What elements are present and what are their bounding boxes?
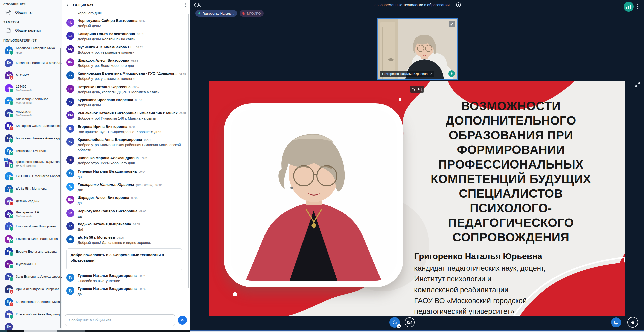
user-list-item[interactable]: Гр Григоренко Наталья Юрьевна Веб-камера [0, 157, 62, 170]
user-list-item[interactable]: Ги Гимназия 2 г.Могилев [0, 144, 62, 157]
chat-message: Ку Куренкова Ярослава Игоревна 08:57 Доб… [66, 98, 187, 108]
sidebar-scrollbar[interactable] [60, 48, 61, 328]
avatar: Пе [66, 85, 74, 93]
avatar-initials: Му [68, 47, 72, 51]
user-list-item[interactable]: Ел Елисеева Юлия Валерьевна [0, 232, 62, 245]
headphones-icon [9, 138, 14, 143]
message-author: Шкрадюк Алеся Викторовна [78, 196, 129, 200]
speaker-pill[interactable]: Григоренко Наталь... [195, 10, 237, 17]
user-list-item[interactable]: Ба Башарина Ольга Валентиновна [0, 119, 62, 132]
message-author: Тупенко Наталья Владимировна [78, 287, 137, 291]
message-time: 08:51 [137, 33, 144, 36]
fullscreen-icon[interactable] [634, 81, 641, 88]
chat-header: Общий чат [62, 0, 190, 10]
headphones-icon [9, 151, 14, 156]
camera-off-icon [407, 320, 412, 325]
chat-scrollbar[interactable] [188, 14, 189, 288]
user-list-item[interactable]: Де Детский сад №7 [0, 195, 62, 207]
chevron-down-icon [429, 73, 432, 75]
user-list-item[interactable]: За Заяц Екатерина Александровна [0, 270, 62, 283]
user-list-item[interactable]: Ко Коваленко Валентина Михайл... [0, 56, 62, 69]
mic-icon [9, 163, 14, 168]
user-list-item[interactable]: Бо Борисевич Татьяна Александр... [0, 132, 62, 144]
user-list-item[interactable]: Д/ д/с № 58 г. Могилева [0, 182, 62, 195]
user-list-item[interactable]: Ер Еремич Елена анатольевна [0, 245, 62, 258]
avatar: Ан [5, 109, 13, 117]
user-list-item[interactable]: Гу ГУО СШ33 г. Могилева Бобров... [0, 170, 62, 182]
avatar-initials: Ту [69, 172, 72, 175]
back-icon[interactable] [65, 3, 70, 7]
avatar-initials: Шк [68, 198, 73, 201]
chat-message-input[interactable] [65, 314, 175, 326]
user-sub: Мобильный [16, 101, 48, 104]
avatar-initials: Ба [68, 34, 72, 38]
user-list-item[interactable]: Ир Ирина Леонидовна Загорская [0, 283, 62, 295]
user-list-item[interactable]: Де Дехтеревич Н.А. Мобильный [0, 207, 62, 220]
user-list-item[interactable]: Ба Баранова Екатерина Миха... (Вы) [0, 44, 62, 56]
chat-message: Шк Шкрадюк Алеся Викторовна 09:05 да [66, 196, 187, 206]
user-sub: Веб-камера [16, 164, 60, 167]
sidebar: СООБЩЕНИЯ Общий чат ЗАМЕТКИ Общие заметк… [0, 0, 62, 330]
user-list-item[interactable]: Ку [0, 320, 62, 330]
avatar-initials: Пе [68, 87, 72, 91]
user-list-item[interactable]: Ан Анастасия Мобильный [0, 107, 62, 119]
headphones-icon [9, 214, 14, 219]
audio-options-chevron[interactable] [397, 324, 401, 328]
message-text: Добрый день! [78, 23, 146, 29]
message-author: Краснолобова Анна Владимировна [78, 138, 142, 142]
connection-quality-button[interactable] [624, 2, 634, 12]
chat-message: Ры Рыбачёнок Наталия Викторовна Гимназия… [66, 111, 187, 121]
mic-muted-icon [9, 302, 14, 307]
message-author: Рыбачёнок Наталия Викторовна Гимназия 14… [78, 111, 177, 115]
user-name: Заяц Екатерина Александровна [16, 275, 62, 278]
sidebar-item-general-chat[interactable]: Общий чат [0, 7, 62, 18]
recording-icon[interactable] [456, 2, 461, 7]
user-list-item[interactable]: 16 164499 Мобильный [0, 81, 62, 94]
user-list-item[interactable]: Мг МГОИРО [0, 69, 62, 81]
avatar-initials: Ту [69, 289, 72, 293]
signal-bars-icon [626, 7, 627, 9]
user-name: Калиновская Валентина Миха... [16, 300, 62, 304]
message-text: Добрый день, коллеги! ДЦРР 1 Могилев а с… [78, 90, 159, 95]
org-pill[interactable]: МГОИРО [240, 10, 264, 17]
camera-off-button[interactable] [405, 317, 415, 327]
screen-share-button[interactable] [611, 317, 621, 327]
message-time: 09:26 [139, 287, 146, 290]
message-author: Шкрадюк Алеся Викторовна [78, 58, 129, 62]
raise-hand-button[interactable] [627, 317, 638, 328]
avatar: Як [66, 156, 74, 164]
user-name: Башарина Ольга Валентиновна [16, 124, 62, 128]
sidebar-item-label: Общий чат [15, 10, 33, 14]
headphones-icon [9, 113, 14, 118]
expand-icon[interactable] [449, 21, 455, 27]
user-list-item[interactable]: Кр Краснолобова Анна Владимир... [0, 308, 62, 320]
thumbnail-name-label[interactable]: Григоренко Наталья Юрьевна [380, 71, 434, 77]
user-list-item[interactable]: Ал Александр Алейников Мобильный [0, 94, 62, 107]
user-list-item[interactable]: Жу Жуковская Е.В. [0, 258, 62, 270]
user-list-item[interactable]: Ка Калиновская Валентина Миха... [0, 295, 62, 308]
headphones-icon [392, 320, 397, 325]
avatar: Шк [66, 58, 74, 66]
audio-device-button[interactable] [389, 317, 400, 328]
message-text: Доброй утро, уважаемые коллеги! [78, 76, 183, 81]
avatar: Ка [5, 298, 13, 306]
chat-message: Че Черногузова Сайяра Викторовна 09:05 д… [66, 209, 187, 219]
user-name: МГОИРО [16, 74, 29, 77]
avatar-initials: Хо [68, 224, 72, 228]
avatar: Мг [5, 71, 13, 79]
send-message-button[interactable] [178, 316, 187, 325]
user-list-item[interactable]: Ег Егорова Ирина Викторовна [0, 220, 62, 232]
user-name: Детский сад №7 [16, 199, 40, 203]
mic-icon [450, 72, 453, 75]
chat-menu-icon[interactable] [184, 2, 187, 8]
user-sub-text: Мобильный [16, 114, 32, 117]
message-author: Куренкова Ярослава Игоревна [78, 98, 133, 102]
sidebar-item-shared-notes[interactable]: Общие заметки [0, 25, 62, 36]
message-time: 09:05 [131, 196, 138, 199]
stage-menu-icon[interactable] [636, 3, 639, 10]
user-sub: Мобильный [16, 215, 40, 218]
chat-message: Ту Тупенко Наталья Владимировна 09:04 да [66, 169, 187, 179]
hide-panel-button[interactable] [193, 2, 202, 8]
webcam-thumbnail[interactable]: Григоренко Наталья Юрьевна [377, 18, 458, 80]
slide-overlay-controls[interactable] [410, 86, 424, 93]
